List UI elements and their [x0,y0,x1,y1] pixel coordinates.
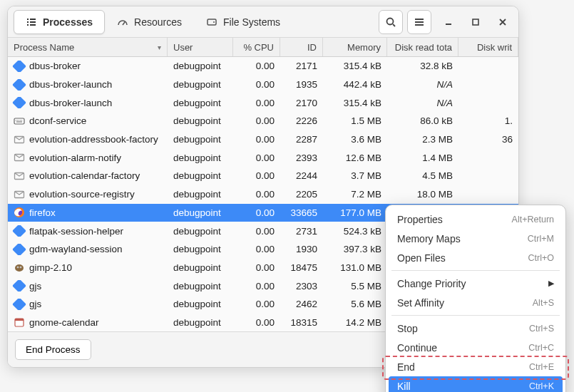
table-row[interactable]: evolution-calendar-factorydebugpoint0.00… [8,167,518,185]
menu-shortcut: Ctrl+K [529,381,554,391]
table-row[interactable]: evolution-source-registrydebugpoint0.002… [8,185,518,204]
cell-cpu: 0.00 [233,189,280,200]
table-row[interactable]: dconf-servicedebugpoint0.0022261.5 MB86.… [8,112,518,130]
cell-disk-write: 36 [458,134,518,145]
maximize-button[interactable] [466,12,486,32]
minimize-button[interactable] [439,12,458,32]
cell-memory: 7.2 MB [323,189,387,200]
close-button[interactable] [493,12,513,32]
search-button[interactable] [379,10,403,34]
header-user[interactable]: User [168,38,233,56]
cell-memory: 131.0 MB [323,262,387,273]
process-icon [14,170,25,182]
cell-cpu: 0.00 [233,115,280,126]
process-name: evolution-alarm-notify [29,153,121,163]
submenu-arrow-icon: ▶ [534,279,554,288]
hamburger-icon [414,16,425,28]
process-icon [14,115,25,127]
svg-rect-3 [473,19,478,25]
menu-item-end[interactable]: EndCtrl+E [386,357,565,376]
process-icon [14,207,25,218]
end-process-button[interactable]: End Process [15,339,91,360]
cell-memory: 5.6 MB [323,299,387,309]
cell-user: debugpoint [168,153,233,163]
process-icon [14,61,25,72]
table-row[interactable]: dbus-brokerdebugpoint0.002171315.4 kB32.… [8,57,518,76]
cell-user: debugpoint [168,61,233,71]
process-icon [14,134,25,145]
cell-id: 33665 [280,207,323,218]
process-name: evolution-source-registry [29,189,135,200]
header-disk-read[interactable]: Disk read tota [387,38,458,56]
cell-disk-read: 1.4 MB [387,153,458,163]
cell-cpu: 0.00 [233,170,280,181]
menu-item-open-files[interactable]: Open FilesCtrl+O [386,248,565,267]
menu-item-set-affinity[interactable]: Set AffinityAlt+S [386,293,565,312]
menu-shortcut: Ctrl+S [529,324,554,334]
sort-indicator-icon: ▾ [158,43,161,51]
cell-cpu: 0.00 [233,61,280,71]
menu-label: Open Files [397,252,446,264]
menu-item-properties[interactable]: PropertiesAlt+Return [386,210,565,229]
svg-point-11 [15,264,24,272]
process-name: flatpak-session-helper [29,226,123,237]
context-menu: PropertiesAlt+ReturnMemory MapsCtrl+MOpe… [385,205,566,392]
minimize-icon [444,17,453,27]
titlebar: Processes Resources File Systems [8,6,518,38]
cell-id: 2205 [280,189,323,200]
cell-memory: 315.4 kB [323,98,387,108]
header-name[interactable]: Process Name ▾ [8,38,168,56]
cell-cpu: 0.00 [233,244,280,254]
menu-item-continue[interactable]: ContinueCtrl+C [386,338,565,357]
cell-user: debugpoint [168,244,233,254]
cell-cpu: 0.00 [233,134,280,145]
svg-point-15 [20,267,21,268]
tab-filesystems[interactable]: File Systems [194,10,292,34]
cell-user: debugpoint [168,207,233,218]
cell-memory: 524.3 kB [323,226,387,237]
process-name: dbus-broker-launch [29,98,112,108]
cell-memory: 14.2 MB [323,317,387,328]
header-memory[interactable]: Memory [323,38,387,56]
tab-label: Processes [43,16,93,28]
table-row[interactable]: evolution-alarm-notifydebugpoint0.002393… [8,148,518,167]
cell-user: debugpoint [168,98,233,108]
menu-item-change-priority[interactable]: Change Priority▶ [386,274,565,293]
hamburger-menu-button[interactable] [407,10,431,34]
cell-id: 1930 [280,244,323,254]
menu-separator [391,270,560,271]
process-name: gjs [29,299,41,309]
menu-label: Set Affinity [397,297,444,309]
tab-processes[interactable]: Processes [14,10,105,34]
cell-cpu: 0.00 [233,226,280,237]
process-name: gjs [29,281,41,292]
tab-resources[interactable]: Resources [105,10,194,34]
table-row[interactable]: dbus-broker-launchdebugpoint0.002170315.… [8,93,518,112]
process-icon [14,97,25,108]
header-id[interactable]: ID [280,38,323,56]
process-icon [14,262,25,273]
menu-label: Properties [397,214,443,225]
cell-cpu: 0.00 [233,153,280,163]
menu-item-memory-maps[interactable]: Memory MapsCtrl+M [386,229,565,248]
menu-item-kill[interactable]: KillCtrl+K [389,376,563,392]
cell-memory: 1.5 MB [323,115,387,126]
cell-memory: 315.4 kB [323,61,387,71]
list-icon [26,16,37,28]
process-name: firefox [29,207,56,218]
menu-separator [391,315,560,316]
table-row[interactable]: evolution-addressbook-factorydebugpoint0… [8,130,518,149]
table-row[interactable]: dbus-broker-launchdebugpoint0.001935442.… [8,76,518,94]
cell-user: debugpoint [168,79,233,90]
cell-memory: 442.4 kB [323,79,387,90]
menu-item-stop[interactable]: StopCtrl+S [386,319,565,338]
cell-cpu: 0.00 [233,317,280,328]
header-disk-write[interactable]: Disk writ [458,38,518,56]
header-cpu[interactable]: % CPU [233,38,280,56]
menu-label: Change Priority [397,278,466,289]
process-name: evolution-addressbook-factory [29,134,158,145]
process-name: gimp-2.10 [29,262,72,273]
cell-cpu: 0.00 [233,207,280,218]
menu-shortcut: Ctrl+O [528,253,554,263]
cell-id: 2462 [280,299,323,309]
